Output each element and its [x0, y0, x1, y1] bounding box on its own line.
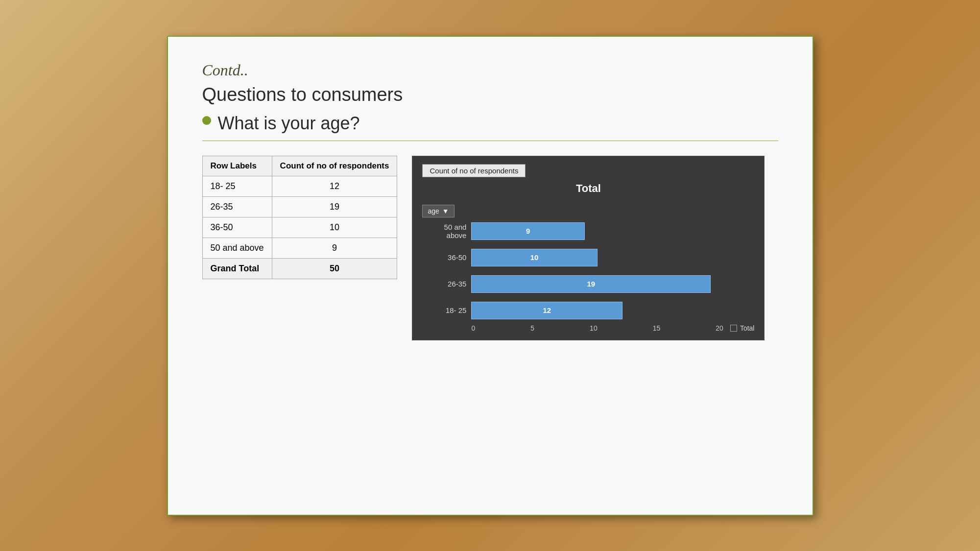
- section-title: Questions to consumers: [202, 84, 778, 105]
- divider-line: [202, 141, 778, 141]
- legend-box: [730, 325, 737, 332]
- bullet-question: What is your age?: [202, 113, 778, 134]
- dark-sidebar-right: [813, 246, 813, 305]
- bullet-dot: [202, 116, 211, 125]
- age-filter-label: age: [428, 207, 439, 215]
- chart-bar-label: 36-50: [422, 253, 466, 262]
- table-row-label: 36-50: [202, 217, 272, 238]
- chart-bar-row: 18- 2512: [422, 302, 723, 319]
- chart-bar-fill: 19: [471, 275, 711, 293]
- chart-bar-fill: 12: [471, 302, 622, 319]
- slide: Contd.. Questions to consumers What is y…: [167, 36, 813, 516]
- table-row-label: 50 and above: [202, 238, 272, 258]
- age-filter-button[interactable]: age ▼: [422, 205, 454, 217]
- chart-bar-label: 50 and above: [422, 223, 466, 240]
- chart-x-axis: 0 5 10 15 20: [422, 324, 723, 332]
- chart-bar-row: 26-3519: [422, 275, 723, 293]
- table-row-count: 9: [272, 238, 397, 258]
- legend-label: Total: [740, 324, 755, 332]
- col1-header: Row Labels: [202, 156, 272, 176]
- chart-bar-track: 9: [471, 222, 723, 240]
- pivot-table: Row Labels Count of no of respondents 18…: [202, 156, 398, 279]
- footer-label: Grand Total: [202, 258, 272, 279]
- chart-legend: Total: [730, 324, 755, 332]
- chart-bar-row: 36-5010: [422, 249, 723, 266]
- chart-bar-track: 19: [471, 275, 723, 293]
- table-row-count: 12: [272, 176, 397, 196]
- content-area: Row Labels Count of no of respondents 18…: [202, 156, 778, 340]
- chart-bar-track: 10: [471, 249, 723, 266]
- footer-count: 50: [272, 258, 397, 279]
- col2-header: Count of no of respondents: [272, 156, 397, 176]
- chart-bar-row: 50 and above9: [422, 222, 723, 240]
- dark-sidebar-left: [167, 246, 168, 305]
- chart-rows: 50 and above936-501026-351918- 2512: [422, 222, 723, 319]
- chart-bar-track: 12: [471, 302, 723, 319]
- count-filter-label: Count of no of respondents: [430, 167, 518, 175]
- table-row-count: 10: [272, 217, 397, 238]
- chart-container: Count of no of respondents Total age ▼ 5…: [412, 156, 765, 340]
- chart-title: Total: [422, 182, 754, 195]
- table-row-label: 26-35: [202, 196, 272, 217]
- table-row-count: 19: [272, 196, 397, 217]
- question-text: What is your age?: [218, 113, 360, 134]
- chart-bar-fill: 9: [471, 222, 584, 240]
- chart-bar-label: 26-35: [422, 280, 466, 288]
- chart-bar-fill: 10: [471, 249, 597, 266]
- contd-title: Contd..: [202, 61, 778, 79]
- count-filter-button[interactable]: Count of no of respondents: [422, 164, 526, 177]
- chart-bar-label: 18- 25: [422, 306, 466, 314]
- table-row-label: 18- 25: [202, 176, 272, 196]
- age-filter-arrow: ▼: [442, 207, 449, 215]
